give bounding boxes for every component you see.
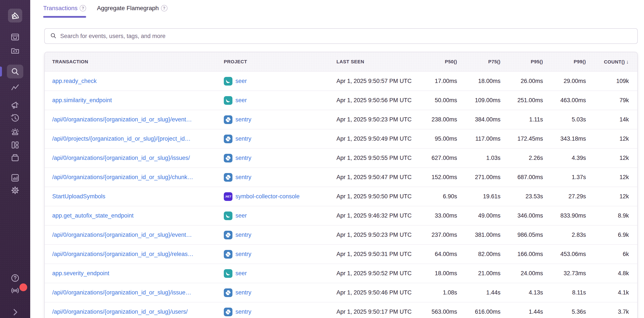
count-value: 8.9k	[586, 212, 629, 219]
column-header-p99[interactable]: P99()	[543, 59, 586, 65]
transaction-link[interactable]: /api/0/organizations/{organization_id_or…	[52, 308, 188, 315]
count-value: 6k	[586, 251, 629, 257]
last-seen-value: Apr 1, 2025 9:50:31 PM UTC	[336, 251, 418, 257]
project-link[interactable]: sentry	[236, 155, 252, 161]
transaction-link[interactable]: /api/0/organizations/{organization_id_or…	[52, 232, 192, 238]
sidebar-item-traces[interactable]	[10, 83, 20, 93]
column-header-last-seen[interactable]: LAST SEEN	[336, 59, 418, 65]
p50-value: 64.00ms	[418, 251, 457, 257]
transaction-link[interactable]: /api/0/organizations/{organization_id_or…	[52, 155, 190, 161]
tab-transactions[interactable]: Transactions ?	[43, 5, 86, 18]
project-platform-icon: .NET	[224, 192, 232, 201]
transaction-link[interactable]: StartUploadSymbols	[52, 193, 105, 200]
sidebar-item-projects[interactable]	[10, 46, 20, 56]
sidebar-item-whats-new[interactable]	[10, 285, 20, 295]
search-input[interactable]: Search for events, users, tags, and more	[44, 28, 638, 44]
p95-value: 172.45ms	[500, 135, 543, 142]
sidebar-item-dashboards[interactable]	[10, 140, 20, 150]
p99-value: 5.03s	[543, 116, 586, 123]
table-row[interactable]: /api/0/organizations/{organization_id_or…	[45, 283, 637, 302]
sidebar-item-feedback[interactable]	[10, 100, 20, 110]
tab-aggregate-flamegraph[interactable]: Aggregate Flamegraph ?	[97, 5, 167, 18]
transaction-link[interactable]: app.get_autofix_state_endpoint	[52, 212, 134, 219]
p99-value: 29.00ms	[543, 78, 586, 85]
siren-icon	[10, 127, 20, 137]
table-row[interactable]: app.ready_check .NET seer Apr 1, 2025 9:…	[45, 72, 637, 91]
sentry-logo-button[interactable]	[8, 9, 22, 23]
sidebar-item-help[interactable]	[10, 273, 20, 283]
transaction-link[interactable]: app.ready_check	[52, 78, 97, 84]
column-header-p95[interactable]: P95()	[500, 59, 543, 65]
p75-value: 21.00ms	[457, 270, 500, 277]
help-question-icon[interactable]: ?	[80, 5, 86, 12]
project-platform-icon: .NET	[224, 211, 232, 220]
column-header-transaction[interactable]: TRANSACTION	[45, 59, 222, 65]
project-platform-icon: .NET	[224, 115, 232, 124]
table-row[interactable]: /api/0/organizations/{organization_id_or…	[45, 225, 637, 245]
last-seen-value: Apr 1, 2025 9:50:46 PM UTC	[336, 289, 418, 296]
active-nav-indicator	[0, 67, 2, 77]
table-row[interactable]: /api/0/organizations/{organization_id_or…	[45, 110, 637, 129]
sidebar-item-replays[interactable]	[10, 113, 20, 123]
column-header-p50[interactable]: P50()	[418, 59, 457, 65]
sidebar-item-releases[interactable]	[10, 153, 20, 163]
sidebar-item-stats[interactable]	[10, 173, 20, 183]
notification-badge	[20, 283, 27, 291]
column-header-count[interactable]: COUNT()↓	[586, 59, 629, 65]
project-link[interactable]: sentry	[236, 308, 252, 315]
table-row[interactable]: /api/0/projects/{organization_id_or_slug…	[45, 129, 637, 149]
transaction-link[interactable]: /api/0/organizations/{organization_id_or…	[52, 174, 193, 180]
layout-board-icon	[10, 140, 20, 150]
transaction-link[interactable]: /api/0/organizations/{organization_id_or…	[52, 289, 191, 296]
project-link[interactable]: symbol-collector-console	[236, 193, 300, 200]
p50-value: 237.00ms	[418, 232, 457, 238]
table-row[interactable]: app.get_autofix_state_endpoint .NET seer…	[45, 206, 637, 225]
project-link[interactable]: sentry	[236, 116, 252, 123]
last-seen-value: Apr 1, 2025 9:46:32 PM UTC	[336, 212, 418, 219]
project-link[interactable]: sentry	[236, 135, 252, 142]
project-link[interactable]: sentry	[236, 289, 252, 296]
project-link[interactable]: seer	[236, 78, 247, 85]
broadcast-icon	[10, 285, 20, 295]
project-platform-icon: .NET	[224, 154, 232, 162]
last-seen-value: Apr 1, 2025 9:50:47 PM UTC	[336, 174, 418, 181]
project-link[interactable]: seer	[236, 97, 247, 104]
megaphone-icon	[10, 100, 20, 110]
sidebar-item-settings[interactable]	[10, 185, 20, 195]
transaction-link[interactable]: app.severity_endpoint	[52, 270, 109, 276]
transaction-link[interactable]: /api/0/organizations/{organization_id_or…	[52, 116, 192, 123]
project-link[interactable]: sentry	[236, 232, 252, 238]
p95-value: 4.13s	[500, 289, 543, 296]
transactions-table: TRANSACTION PROJECT LAST SEEN P50() P75(…	[44, 52, 638, 318]
project-platform-icon: .NET	[224, 96, 232, 105]
sidebar-expand-button[interactable]	[10, 307, 20, 317]
transaction-link[interactable]: app.similarity_endpoint	[52, 97, 112, 104]
p99-value: 4.39s	[543, 155, 586, 161]
project-platform-icon: .NET	[224, 250, 232, 259]
p75-value: 19.61s	[457, 193, 500, 200]
table-row[interactable]: /api/0/organizations/{organization_id_or…	[45, 302, 637, 318]
project-link[interactable]: sentry	[236, 251, 252, 257]
sidebar-item-issues[interactable]	[10, 32, 20, 42]
sidebar-item-alerts[interactable]	[10, 127, 20, 137]
table-row[interactable]: /api/0/organizations/{organization_id_or…	[45, 168, 637, 187]
project-link[interactable]: sentry	[236, 174, 252, 181]
table-row[interactable]: app.severity_endpoint .NET seer Apr 1, 2…	[45, 264, 637, 283]
table-row[interactable]: /api/0/organizations/{organization_id_or…	[45, 149, 637, 168]
transaction-link[interactable]: /api/0/projects/{organization_id_or_slug…	[52, 135, 190, 142]
p50-value: 17.00ms	[418, 78, 457, 85]
p95-value: 26.00ms	[500, 78, 543, 85]
column-header-project[interactable]: PROJECT	[222, 59, 336, 65]
help-question-icon[interactable]: ?	[161, 5, 168, 12]
count-value: 12k	[586, 193, 629, 200]
project-link[interactable]: seer	[236, 212, 247, 219]
table-row[interactable]: app.similarity_endpoint .NET seer Apr 1,…	[45, 91, 637, 110]
transaction-link[interactable]: /api/0/organizations/{organization_id_or…	[52, 251, 193, 257]
column-header-p75[interactable]: P75()	[457, 59, 500, 65]
count-value: 3.7k	[586, 308, 629, 315]
zigzag-graph-icon	[10, 83, 20, 93]
table-row[interactable]: StartUploadSymbols .NET symbol-collector…	[45, 187, 637, 206]
sidebar-item-explore-active[interactable]	[7, 65, 23, 78]
table-row[interactable]: /api/0/organizations/{organization_id_or…	[45, 245, 637, 264]
project-link[interactable]: seer	[236, 270, 247, 277]
